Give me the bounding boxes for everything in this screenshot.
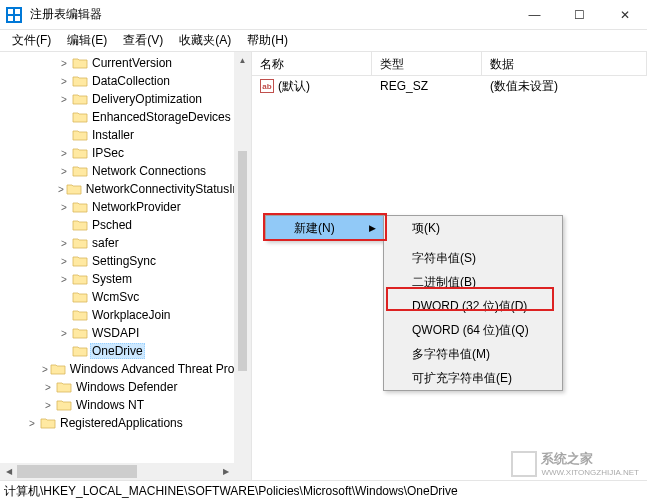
svg-rect-0 [8, 9, 13, 14]
tree-label: IPSec [90, 146, 126, 160]
status-path: 计算机\HKEY_LOCAL_MACHINE\SOFTWARE\Policies… [4, 483, 458, 500]
tree-label: SettingSync [90, 254, 158, 268]
watermark: 系统之家 WWW.XITONGZHIJIA.NET [511, 450, 639, 477]
tree-node[interactable]: >IPSec [0, 144, 251, 162]
folder-icon [40, 416, 56, 430]
column-data[interactable]: 数据 [482, 52, 647, 75]
tree-node[interactable]: WorkplaceJoin [0, 306, 251, 324]
expander-icon[interactable]: > [42, 364, 48, 375]
tree-label: DataCollection [90, 74, 172, 88]
tree-label: Windows Advanced Threat Protection [68, 362, 251, 376]
folder-icon [72, 254, 88, 268]
tree-node[interactable]: >Network Connections [0, 162, 251, 180]
tree-node[interactable]: >System [0, 270, 251, 288]
tree-label: OneDrive [90, 343, 145, 359]
minimize-button[interactable]: — [512, 0, 557, 30]
folder-icon [56, 380, 72, 394]
tree-node[interactable]: >NetworkProvider [0, 198, 251, 216]
tree-label: RegisteredApplications [58, 416, 185, 430]
menu-bar: 文件(F) 编辑(E) 查看(V) 收藏夹(A) 帮助(H) [0, 30, 647, 52]
ctx-qword[interactable]: QWORD (64 位)值(Q) [384, 318, 562, 342]
tree-label: CurrentVersion [90, 56, 174, 70]
expander-icon[interactable]: > [58, 184, 64, 195]
menu-view[interactable]: 查看(V) [115, 30, 171, 51]
folder-icon [56, 398, 72, 412]
folder-icon [50, 362, 66, 376]
tree-label: Installer [90, 128, 136, 142]
tree-node[interactable]: >CurrentVersion [0, 54, 251, 72]
tree-label: Windows NT [74, 398, 146, 412]
svg-rect-3 [15, 16, 20, 21]
value-type: REG_SZ [372, 79, 482, 93]
string-value-icon: ab [260, 79, 274, 93]
tree-label: DeliveryOptimization [90, 92, 204, 106]
expander-icon[interactable]: > [58, 238, 70, 249]
tree-node[interactable]: >safer [0, 234, 251, 252]
menu-file[interactable]: 文件(F) [4, 30, 59, 51]
expander-icon[interactable]: > [58, 148, 70, 159]
folder-icon [72, 146, 88, 160]
folder-icon [72, 326, 88, 340]
column-type[interactable]: 类型 [372, 52, 482, 75]
expander-icon[interactable]: > [58, 58, 70, 69]
tree-node[interactable]: >WSDAPI [0, 324, 251, 342]
expander-icon[interactable]: > [58, 202, 70, 213]
expander-icon[interactable]: > [58, 166, 70, 177]
expander-icon[interactable]: > [26, 418, 38, 429]
folder-icon [72, 272, 88, 286]
tree-node[interactable]: >DataCollection [0, 72, 251, 90]
tree-node[interactable]: Installer [0, 126, 251, 144]
maximize-button[interactable]: ☐ [557, 0, 602, 30]
expander-icon[interactable]: > [42, 382, 54, 393]
ctx-binary[interactable]: 二进制值(B) [384, 270, 562, 294]
folder-icon [72, 218, 88, 232]
expander-icon[interactable]: > [58, 274, 70, 285]
tree-label: Psched [90, 218, 134, 232]
tree-node[interactable]: OneDrive [0, 342, 251, 360]
folder-icon [72, 290, 88, 304]
list-row[interactable]: ab (默认) REG_SZ (数值未设置) [252, 76, 647, 96]
folder-icon [66, 182, 82, 196]
tree-node[interactable]: >Windows NT [0, 396, 251, 414]
tree-node[interactable]: WcmSvc [0, 288, 251, 306]
ctx-string[interactable]: 字符串值(S) [384, 246, 562, 270]
tree-horizontal-scrollbar[interactable]: ◀ ▶ [0, 463, 234, 480]
tree-node[interactable]: >Windows Defender [0, 378, 251, 396]
close-button[interactable]: ✕ [602, 0, 647, 30]
tree-node[interactable]: EnhancedStorageDevices [0, 108, 251, 126]
tree-pane: >CurrentVersion>DataCollection>DeliveryO… [0, 52, 252, 480]
expander-icon[interactable]: > [58, 328, 70, 339]
expander-icon[interactable]: > [58, 256, 70, 267]
tree-node[interactable]: >RegisteredApplications [0, 414, 251, 432]
tree-node[interactable]: Psched [0, 216, 251, 234]
tree-label: Windows Defender [74, 380, 179, 394]
ctx-multistring[interactable]: 多字符串值(M) [384, 342, 562, 366]
folder-icon [72, 74, 88, 88]
folder-icon [72, 164, 88, 178]
ctx-key[interactable]: 项(K) [384, 216, 562, 240]
folder-icon [72, 200, 88, 214]
scroll-right-icon[interactable]: ▶ [217, 463, 234, 480]
ctx-dword[interactable]: DWORD (32 位)值(D) [384, 294, 562, 318]
context-submenu-new: 项(K) 字符串值(S) 二进制值(B) DWORD (32 位)值(D) QW… [383, 215, 563, 391]
scroll-up-icon[interactable]: ▲ [234, 52, 251, 69]
tree-node[interactable]: >DeliveryOptimization [0, 90, 251, 108]
context-new[interactable]: 新建(N) ▶ [266, 216, 384, 240]
tree-node[interactable]: >SettingSync [0, 252, 251, 270]
scroll-left-icon[interactable]: ◀ [0, 463, 17, 480]
value-name: (默认) [278, 78, 310, 95]
tree-vertical-scrollbar[interactable]: ▲ ▼ [234, 52, 251, 480]
tree-label: EnhancedStorageDevices [90, 110, 233, 124]
menu-favorites[interactable]: 收藏夹(A) [171, 30, 239, 51]
tree-label: NetworkProvider [90, 200, 183, 214]
expander-icon[interactable]: > [42, 400, 54, 411]
tree-node[interactable]: >NetworkConnectivityStatusIndicator [0, 180, 251, 198]
column-name[interactable]: 名称 [252, 52, 372, 75]
ctx-expandstring[interactable]: 可扩充字符串值(E) [384, 366, 562, 390]
tree-node[interactable]: >Windows Advanced Threat Protection [0, 360, 251, 378]
tree-label: WorkplaceJoin [90, 308, 172, 322]
expander-icon[interactable]: > [58, 94, 70, 105]
menu-edit[interactable]: 编辑(E) [59, 30, 115, 51]
expander-icon[interactable]: > [58, 76, 70, 87]
menu-help[interactable]: 帮助(H) [239, 30, 296, 51]
